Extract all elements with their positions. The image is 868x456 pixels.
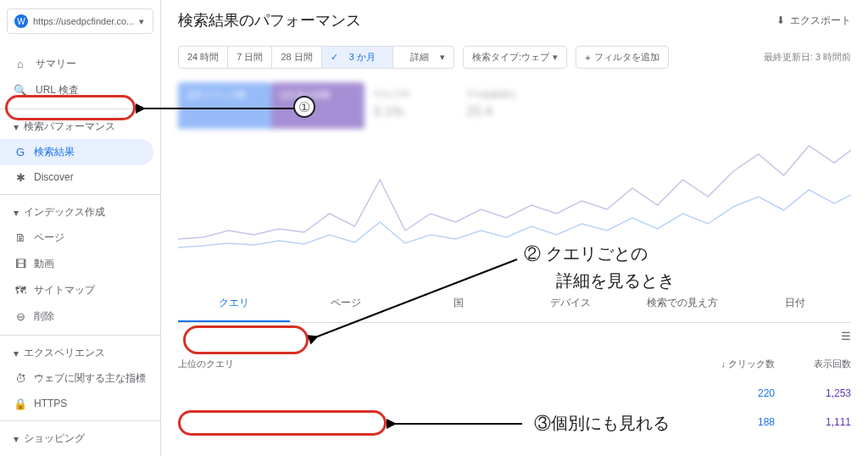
nav-sitemaps[interactable]: 🗺サイトマップ <box>0 277 160 303</box>
sitemap-icon: 🗺 <box>14 284 27 297</box>
table-row[interactable]: 220 1,253 <box>161 379 868 408</box>
chevron-down-icon: ▾ <box>139 16 144 27</box>
download-icon: ⬇ <box>776 14 785 26</box>
metric-impressions[interactable]: 合計表示回数 <box>271 82 364 129</box>
nav-video[interactable]: 🎞動画 <box>0 251 160 277</box>
page-title: 検索結果のパフォーマンス <box>178 10 361 31</box>
export-button[interactable]: ⬇エクスポート <box>776 14 851 28</box>
metric-clicks[interactable]: 合計クリック数 <box>178 82 271 129</box>
main: 検索結果のパフォーマンス ⬇エクスポート 24 時間 7 日間 28 日間 ✓ … <box>161 0 868 456</box>
nav-head-performance[interactable]: ▾検索パフォーマンス <box>0 114 160 139</box>
tab-page[interactable]: ページ <box>290 286 402 322</box>
lock-icon: 🔒 <box>14 398 27 410</box>
home-icon: ⌂ <box>14 58 27 70</box>
range-28d[interactable]: 28 日間 <box>272 47 321 68</box>
metrics-row: 合計クリック数 合計表示回数 平均 CTR3.1% 平均掲載順位20.4 <box>178 82 851 129</box>
nav-summary[interactable]: ⌂サマリー <box>0 51 160 77</box>
wordpress-icon: W <box>14 14 28 28</box>
nav: ⌂サマリー 🔍URL 検査 ▾検索パフォーマンス G検索結果 ✱Discover… <box>0 42 160 456</box>
search-icon: 🔍 <box>14 84 27 97</box>
col-query[interactable]: 上位のクエリ <box>178 358 698 370</box>
metric-ctr[interactable]: 平均 CTR3.1% <box>364 82 458 129</box>
tab-country[interactable]: 国 <box>403 286 515 322</box>
range-24h[interactable]: 24 時間 <box>179 47 228 68</box>
nav-pages[interactable]: 🗎ページ <box>0 225 160 251</box>
remove-icon: ⊖ <box>14 310 27 323</box>
filter-add[interactable]: + フィルタを追加 <box>576 46 668 69</box>
table-header: 上位のクエリ ↓ クリック数 表示回数 <box>161 349 868 379</box>
discover-icon: ✱ <box>14 171 27 184</box>
range-7d[interactable]: 7 日間 <box>228 47 272 68</box>
chevron-down-icon: ▾ <box>14 121 19 133</box>
filter-icon[interactable]: ☰ <box>841 330 851 342</box>
chevron-down-icon: ▾ <box>14 433 19 445</box>
tab-query[interactable]: クエリ <box>178 286 290 322</box>
nav-https[interactable]: 🔒HTTPS <box>0 392 160 415</box>
nav-head-indexing[interactable]: ▾インデックス作成 <box>0 200 160 225</box>
chevron-down-icon: ▾ <box>14 207 19 219</box>
google-icon: G <box>14 146 27 158</box>
range-custom[interactable]: 詳細 ▾ <box>393 47 453 68</box>
toolbar: 24 時間 7 日間 28 日間 ✓ 3 か月 詳細 ▾ 検索タイプ:ウェブ ▾… <box>161 41 868 77</box>
site-selector[interactable]: W https://usedpcfinder.co... ▾ <box>7 8 153 34</box>
metric-position[interactable]: 平均掲載順位20.4 <box>458 82 551 129</box>
video-icon: 🎞 <box>14 258 27 270</box>
nav-removals[interactable]: ⊖削除 <box>0 303 160 330</box>
col-clicks[interactable]: ↓ クリック数 <box>698 358 775 370</box>
tab-device[interactable]: デバイス <box>515 286 626 322</box>
tab-date[interactable]: 日付 <box>739 286 851 322</box>
nav-url-inspect[interactable]: 🔍URL 検査 <box>0 77 160 103</box>
nav-shopping-listings[interactable]: 🛍ショッピング タブのリス... <box>0 451 160 456</box>
nav-discover[interactable]: ✱Discover <box>0 165 160 189</box>
tab-appearance[interactable]: 検索での見え方 <box>626 286 738 322</box>
dimension-tabs: クエリ ページ 国 デバイス 検索での見え方 日付 <box>178 286 851 323</box>
chevron-down-icon: ▾ <box>14 348 19 359</box>
col-impressions[interactable]: 表示回数 <box>775 358 851 370</box>
filter-search-type[interactable]: 検索タイプ:ウェブ ▾ <box>463 46 567 69</box>
date-range-segment: 24 時間 7 日間 28 日間 ✓ 3 か月 詳細 ▾ <box>178 46 454 69</box>
sidebar: W https://usedpcfinder.co... ▾ ⌂サマリー 🔍UR… <box>0 0 161 456</box>
nav-head-shopping[interactable]: ▾ショッピング <box>0 426 160 451</box>
page-icon: 🗎 <box>14 231 27 244</box>
speed-icon: ⏱ <box>14 372 27 385</box>
table-row[interactable]: 188 1,111 <box>161 408 868 437</box>
performance-chart <box>178 129 851 260</box>
range-3m[interactable]: ✓ 3 か月 <box>322 47 393 68</box>
site-url: https://usedpcfinder.co... <box>33 16 134 26</box>
nav-search-results[interactable]: G検索結果 <box>0 139 153 165</box>
last-update: 最終更新日: 3 時間前 <box>764 51 851 64</box>
nav-core-web-vitals[interactable]: ⏱ウェブに関する主な指標 <box>0 365 160 392</box>
nav-head-experience[interactable]: ▾エクスペリエンス <box>0 341 160 365</box>
